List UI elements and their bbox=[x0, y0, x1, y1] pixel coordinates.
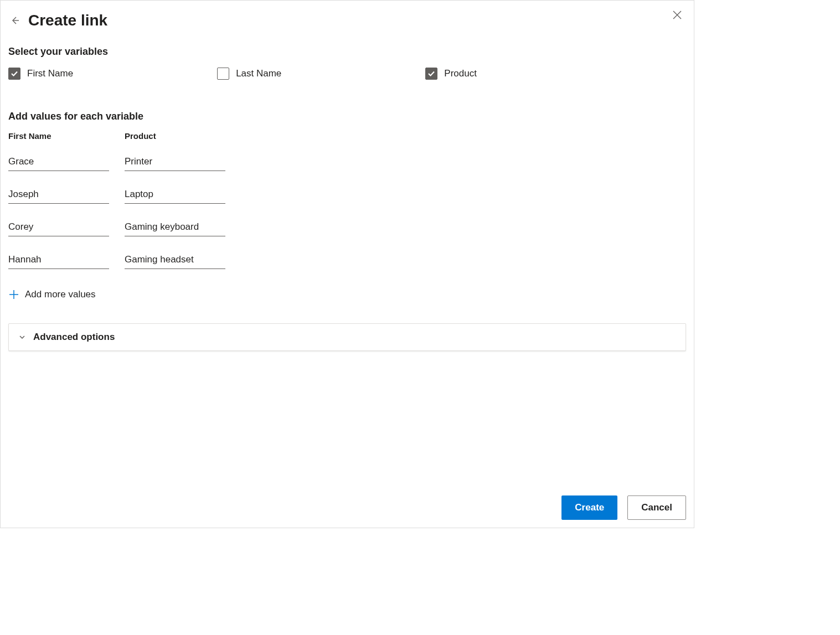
panel-header: Create link bbox=[1, 1, 694, 35]
check-icon bbox=[11, 70, 18, 78]
panel-footer: Create Cancel bbox=[561, 495, 686, 520]
variable-checkbox-row: First Name Last Name Product bbox=[1, 63, 694, 85]
checkbox-product[interactable] bbox=[425, 68, 437, 80]
cancel-button[interactable]: Cancel bbox=[627, 495, 686, 520]
add-more-values-button[interactable]: Add more values bbox=[1, 269, 694, 300]
advanced-options-toggle[interactable]: Advanced options bbox=[8, 323, 686, 351]
advanced-options-label: Advanced options bbox=[33, 332, 115, 343]
column-header-product: Product bbox=[125, 131, 225, 141]
checkbox-item-last-name: Last Name bbox=[217, 68, 281, 80]
value-input-product[interactable] bbox=[125, 187, 225, 204]
value-input-product[interactable] bbox=[125, 252, 225, 269]
create-button[interactable]: Create bbox=[561, 495, 617, 520]
value-input-product[interactable] bbox=[125, 219, 225, 236]
values-grid: First Name Product bbox=[8, 131, 686, 269]
values-grid-area: First Name Product bbox=[1, 128, 694, 269]
value-input-first-name[interactable] bbox=[8, 187, 109, 204]
value-input-product[interactable] bbox=[125, 154, 225, 171]
value-input-first-name[interactable] bbox=[8, 154, 109, 171]
back-button[interactable] bbox=[8, 14, 22, 27]
arrow-left-icon bbox=[9, 15, 20, 26]
close-icon bbox=[672, 10, 682, 20]
checkbox-label: First Name bbox=[27, 68, 73, 79]
add-more-values-label: Add more values bbox=[25, 289, 96, 300]
check-icon bbox=[427, 70, 435, 78]
checkbox-last-name[interactable] bbox=[217, 68, 229, 80]
value-input-first-name[interactable] bbox=[8, 219, 109, 236]
column-header-first-name: First Name bbox=[8, 131, 109, 141]
plus-icon bbox=[8, 289, 19, 300]
panel-title: Create link bbox=[28, 12, 107, 29]
checkbox-label: Product bbox=[444, 68, 477, 79]
checkbox-first-name[interactable] bbox=[8, 68, 20, 80]
value-input-first-name[interactable] bbox=[8, 252, 109, 269]
select-variables-heading: Select your variables bbox=[1, 35, 694, 63]
checkbox-item-first-name: First Name bbox=[8, 68, 73, 80]
create-link-panel: Create link Select your variables First … bbox=[0, 0, 694, 528]
close-button[interactable] bbox=[669, 7, 685, 23]
checkbox-label: Last Name bbox=[236, 68, 281, 79]
add-values-heading: Add values for each variable bbox=[1, 85, 694, 128]
chevron-down-icon bbox=[18, 333, 27, 342]
checkbox-item-product: Product bbox=[425, 68, 477, 80]
